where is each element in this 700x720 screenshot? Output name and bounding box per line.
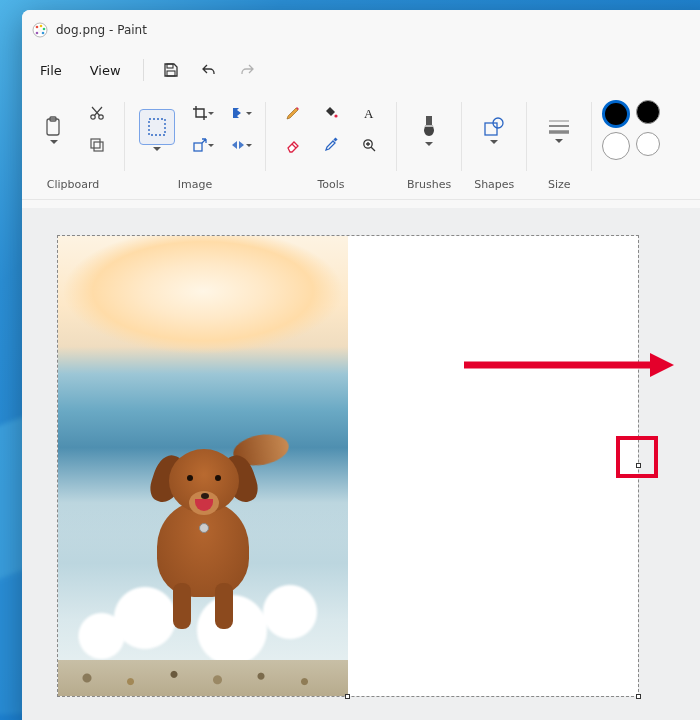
- magnifier-tool[interactable]: [352, 130, 386, 160]
- select-button[interactable]: [135, 98, 179, 162]
- paint-window: dog.png - Paint File View: [22, 10, 700, 720]
- group-colors: [596, 98, 660, 199]
- group-tools: A Tools: [270, 98, 392, 199]
- paint-canvas[interactable]: [58, 236, 638, 696]
- color-2-swatch[interactable]: [602, 132, 630, 160]
- svg-point-8: [42, 32, 45, 35]
- menubar: File View: [22, 50, 700, 90]
- chevron-down-icon: [425, 142, 433, 147]
- shapes-button[interactable]: [472, 98, 516, 162]
- svg-rect-25: [426, 116, 432, 126]
- titlebar: dog.png - Paint: [22, 10, 700, 50]
- crop-icon: [192, 105, 208, 121]
- svg-point-10: [38, 28, 42, 32]
- copy-button[interactable]: [80, 130, 114, 160]
- fill-tool[interactable]: [314, 98, 348, 128]
- undo-icon: [201, 62, 217, 78]
- redo-button[interactable]: [230, 55, 264, 85]
- size-icon: [547, 117, 571, 137]
- undo-button[interactable]: [192, 55, 226, 85]
- chevron-down-icon: [153, 147, 161, 152]
- group-brushes-label: Brushes: [407, 172, 451, 199]
- cut-icon: [89, 105, 105, 121]
- annotation-arrow: [464, 350, 674, 380]
- flip-icon: [230, 137, 246, 153]
- svg-point-21: [334, 114, 337, 117]
- menu-view[interactable]: View: [78, 57, 133, 84]
- menu-separator: [143, 59, 144, 81]
- rotate-icon: [230, 105, 246, 121]
- annotation-highlight-box: [616, 436, 658, 478]
- eraser-icon: [285, 137, 301, 153]
- svg-point-6: [40, 25, 43, 28]
- chevron-down-icon: [490, 140, 498, 145]
- window-title: dog.png - Paint: [56, 23, 147, 37]
- canvas-resize-handle-corner[interactable]: [636, 694, 641, 699]
- menu-file[interactable]: File: [28, 57, 74, 84]
- brush-icon: [419, 114, 439, 140]
- text-tool[interactable]: A: [352, 98, 386, 128]
- cut-button[interactable]: [80, 98, 114, 128]
- paste-button[interactable]: [32, 98, 76, 162]
- canvas-area: [22, 208, 700, 720]
- group-image: Image: [129, 98, 261, 199]
- svg-point-7: [43, 28, 46, 31]
- svg-text:A: A: [364, 106, 374, 121]
- resize-button[interactable]: [183, 130, 217, 160]
- paint-app-icon: [32, 22, 48, 38]
- group-tools-label: Tools: [317, 172, 344, 199]
- group-shapes-label: Shapes: [474, 172, 514, 199]
- canvas-image: [58, 236, 348, 696]
- shapes-icon: [482, 116, 506, 138]
- eraser-tool[interactable]: [276, 130, 310, 160]
- svg-rect-18: [94, 142, 103, 151]
- group-size: Size: [531, 98, 587, 199]
- svg-rect-27: [485, 123, 497, 135]
- copy-icon: [89, 137, 105, 153]
- save-button[interactable]: [154, 55, 188, 85]
- text-icon: A: [361, 105, 377, 121]
- chevron-down-icon: [50, 140, 58, 145]
- chevron-down-icon: [555, 139, 563, 144]
- rotate-button[interactable]: [221, 98, 255, 128]
- svg-rect-20: [194, 143, 202, 151]
- color-1-swatch[interactable]: [602, 100, 630, 128]
- save-icon: [163, 62, 179, 78]
- color-black-swatch[interactable]: [636, 100, 660, 124]
- paste-icon: [44, 116, 64, 138]
- group-size-label: Size: [548, 172, 571, 199]
- color-picker-tool[interactable]: [314, 130, 348, 160]
- brushes-button[interactable]: [407, 98, 451, 162]
- pencil-icon: [285, 105, 301, 121]
- group-brushes: Brushes: [401, 98, 457, 199]
- color-white-swatch[interactable]: [636, 132, 660, 156]
- ribbon: Clipboard: [22, 90, 700, 200]
- svg-rect-17: [91, 139, 100, 148]
- svg-point-9: [36, 32, 39, 35]
- svg-rect-12: [167, 71, 175, 76]
- group-shapes: Shapes: [466, 98, 522, 199]
- group-clipboard-label: Clipboard: [47, 172, 100, 199]
- fill-icon: [323, 105, 339, 121]
- pencil-tool[interactable]: [276, 98, 310, 128]
- svg-marker-33: [650, 353, 674, 377]
- size-button[interactable]: [537, 98, 581, 162]
- resize-icon: [192, 137, 208, 153]
- magnifier-icon: [361, 137, 377, 153]
- svg-rect-26: [425, 125, 433, 127]
- crop-button[interactable]: [183, 98, 217, 128]
- select-rect-icon: [139, 109, 175, 145]
- svg-point-5: [36, 26, 39, 29]
- redo-icon: [239, 62, 255, 78]
- color-picker-icon: [323, 137, 339, 153]
- canvas-resize-handle-bottom[interactable]: [345, 694, 350, 699]
- group-image-label: Image: [178, 172, 212, 199]
- svg-rect-22: [333, 137, 337, 141]
- svg-rect-19: [149, 119, 165, 135]
- group-clipboard: Clipboard: [26, 98, 120, 199]
- flip-button[interactable]: [221, 130, 255, 160]
